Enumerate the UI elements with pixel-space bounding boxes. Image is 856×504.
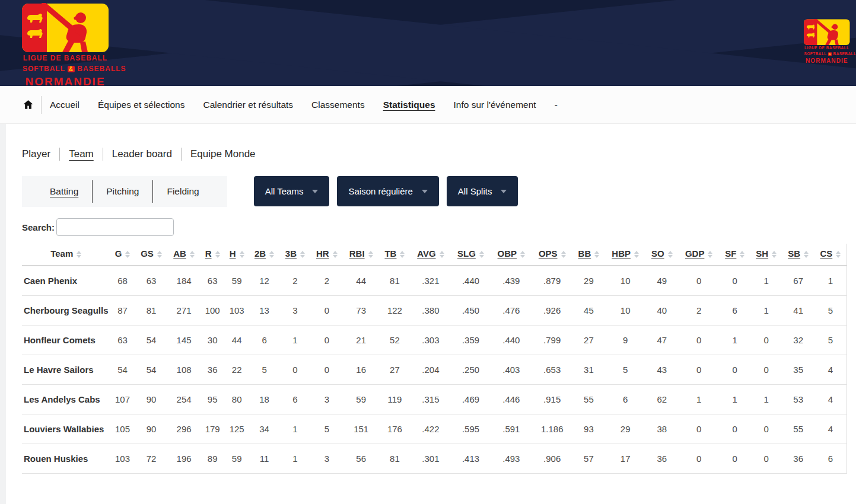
column-header-3b[interactable]: 3B <box>280 244 311 266</box>
sort-icon[interactable] <box>740 251 744 258</box>
nav-item-accueil[interactable]: Accueil <box>50 100 79 110</box>
column-header-rbi[interactable]: RBI <box>343 244 379 266</box>
column-header-bb[interactable]: BB <box>572 244 605 266</box>
search-input[interactable] <box>56 218 174 236</box>
sort-icon[interactable] <box>836 251 841 258</box>
stat-cell: 27 <box>572 326 605 355</box>
stat-cell: 30 <box>201 326 225 355</box>
column-header-r[interactable]: R <box>201 244 225 266</box>
column-header-ab[interactable]: AB <box>168 244 201 266</box>
sort-icon[interactable] <box>368 251 373 258</box>
column-header-cs[interactable]: CS <box>814 244 847 266</box>
sort-icon[interactable] <box>333 251 338 258</box>
sort-icon[interactable] <box>520 251 525 258</box>
tab-batting[interactable]: Batting <box>36 186 92 197</box>
column-label: SB <box>788 248 800 259</box>
sort-icon[interactable] <box>215 251 220 258</box>
sort-up-arrow-icon <box>520 251 525 254</box>
column-header-obp[interactable]: OBP <box>491 244 532 266</box>
column-header-ops[interactable]: OPS <box>532 244 572 266</box>
sort-down-arrow-icon <box>215 255 220 258</box>
sort-icon[interactable] <box>668 251 673 258</box>
table-body: Caen Phenix6863184635912224481.321.440.4… <box>22 266 847 474</box>
stat-cell: 0 <box>750 326 782 355</box>
filter-dropdown-saison-reguliere[interactable]: Saison régulière <box>337 176 438 206</box>
sort-icon[interactable] <box>772 251 777 258</box>
tab-player[interactable]: Player <box>22 148 59 160</box>
stat-cell: 35 <box>782 355 814 385</box>
sort-icon[interactable] <box>561 251 566 258</box>
sort-icon[interactable] <box>440 251 444 258</box>
nav-item-equipes-et-selections[interactable]: Équipes et sélections <box>98 100 184 110</box>
team-cell: Les Andelys Cabs <box>22 385 110 414</box>
column-header-hr[interactable]: HR <box>310 244 343 266</box>
tab-fielding[interactable]: Fielding <box>153 186 212 197</box>
stat-cell: 5 <box>310 414 343 444</box>
table-row: Les Andelys Cabs107902549580186359119.31… <box>22 385 847 414</box>
stat-cell: 145 <box>168 326 201 355</box>
home-button[interactable] <box>23 99 34 110</box>
sort-icon[interactable] <box>634 251 639 258</box>
sort-down-arrow-icon <box>836 255 841 258</box>
team-cell: Le Havre Sailors <box>22 355 110 385</box>
column-header-sh[interactable]: SH <box>750 244 782 266</box>
sort-up-arrow-icon <box>333 251 338 254</box>
sort-down-arrow-icon <box>77 255 81 258</box>
column-header-2b[interactable]: 2B <box>249 244 280 266</box>
filter-dropdown-all-splits[interactable]: All Splits <box>447 176 518 206</box>
stat-cell: 2 <box>678 296 719 326</box>
sort-icon[interactable] <box>479 251 484 258</box>
sort-icon[interactable] <box>708 251 712 258</box>
sort-icon[interactable] <box>400 251 405 258</box>
stat-cell: 0 <box>750 444 782 474</box>
column-header-h[interactable]: H <box>225 244 249 266</box>
stat-cell: 271 <box>168 296 201 326</box>
column-label: SF <box>725 248 736 259</box>
filter-dropdown-all-teams[interactable]: All Teams <box>254 176 330 206</box>
column-header-hbp[interactable]: HBP <box>605 244 645 266</box>
column-label: GDP <box>685 248 705 259</box>
sort-icon[interactable] <box>300 251 305 258</box>
sort-icon[interactable] <box>125 251 130 258</box>
tab-team[interactable]: Team <box>60 148 103 160</box>
sort-icon[interactable] <box>594 251 599 258</box>
stat-cell: 119 <box>379 385 411 414</box>
stat-cell: 0 <box>750 355 782 385</box>
sort-up-arrow-icon <box>479 251 484 254</box>
stat-cell: 63 <box>201 266 225 296</box>
stat-cell: 53 <box>782 385 814 414</box>
column-header-team[interactable]: Team <box>22 244 110 266</box>
column-header-gdp[interactable]: GDP <box>678 244 719 266</box>
column-label: 3B <box>285 248 297 259</box>
sort-icon[interactable] <box>269 251 274 258</box>
sort-icon[interactable] <box>77 251 81 258</box>
sort-icon[interactable] <box>190 251 195 258</box>
stat-cell: 40 <box>645 296 678 326</box>
sort-icon[interactable] <box>804 251 809 258</box>
tab-leader-board[interactable]: Leader board <box>103 148 181 160</box>
column-header-tb[interactable]: TB <box>379 244 411 266</box>
stat-cell: 59 <box>225 266 249 296</box>
tab-pitching[interactable]: Pitching <box>93 186 152 197</box>
column-header-sb[interactable]: SB <box>782 244 814 266</box>
stat-cell: 5 <box>814 296 847 326</box>
column-header-gs[interactable]: GS <box>135 244 167 266</box>
nav-item-info-sur-l-evenement[interactable]: Info sur l'événement <box>454 100 536 110</box>
stat-cell: 27 <box>379 355 411 385</box>
sort-down-arrow-icon <box>520 255 525 258</box>
column-header-slg[interactable]: SLG <box>451 244 491 266</box>
nav-item-classements[interactable]: Classements <box>311 100 365 110</box>
tab-equipe-monde[interactable]: Equipe Monde <box>182 148 265 160</box>
stat-cell: .926 <box>532 296 572 326</box>
nav-item-statistiques[interactable]: Statistiques <box>383 100 435 110</box>
sort-icon[interactable] <box>240 251 244 258</box>
column-header-avg[interactable]: AVG <box>411 244 451 266</box>
column-header-so[interactable]: SO <box>645 244 678 266</box>
nav-item-dash[interactable]: - <box>555 100 558 110</box>
logo-text-line3: NORMANDIE <box>21 74 109 86</box>
stat-cell: 6 <box>720 296 750 326</box>
column-header-g[interactable]: G <box>110 244 135 266</box>
column-header-sf[interactable]: SF <box>720 244 750 266</box>
sort-icon[interactable] <box>157 251 162 258</box>
nav-item-calendrier-et-resultats[interactable]: Calendrier et résultats <box>203 100 293 110</box>
